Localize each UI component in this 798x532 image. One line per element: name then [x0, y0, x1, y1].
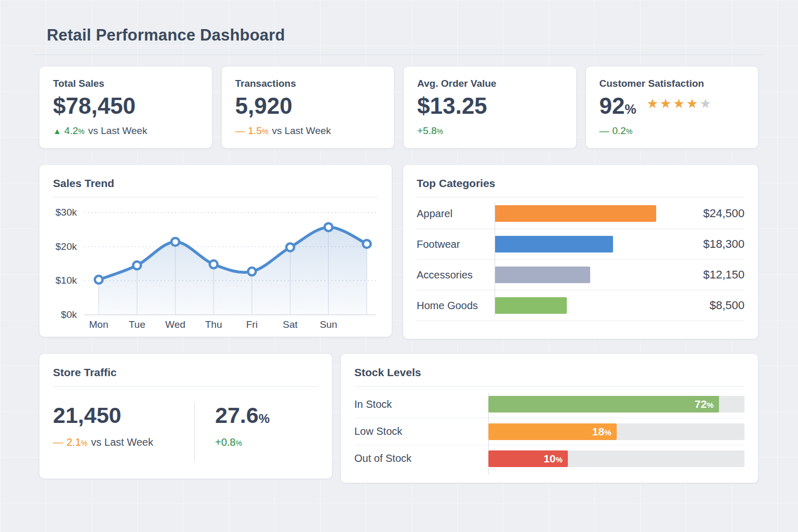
minus-dash-icon: — — [600, 125, 609, 136]
conversion-delta: +0.8% — [215, 436, 318, 448]
star-filled-icon: ★ — [686, 96, 699, 111]
triangle-up-icon: ▲ — [53, 127, 61, 136]
star-filled-icon: ★ — [647, 96, 660, 111]
delta-suffix: vs Last Week — [272, 125, 331, 136]
kpi-value: 5,920 — [235, 95, 381, 117]
delta-number: 2.1 — [66, 436, 81, 448]
kpi-title: Transactions — [235, 78, 381, 89]
delta-number: 5.8 — [423, 125, 436, 136]
stock-track: 10% — [488, 450, 744, 467]
stock-track: 72% — [488, 396, 744, 413]
category-bar — [495, 297, 567, 314]
category-label: Accessories — [417, 269, 495, 281]
panel-divider — [53, 386, 318, 387]
sales-trend-svg: $30k$20k$10k$0kMonTueWedThuFriSatSun — [53, 201, 379, 332]
category-bar-track — [495, 205, 667, 222]
kpi-title: Total Sales — [53, 78, 198, 89]
kpi-value-row: 92% ★★★★★ — [600, 89, 745, 117]
kpi-delta: +5.8% — [417, 125, 563, 137]
title-divider — [34, 55, 764, 55]
kpi-value: $78,450 — [53, 95, 198, 117]
minus-dash-icon: — — [53, 436, 63, 448]
panel-title: Store Traffic — [53, 366, 318, 379]
kpi-card-customer-satisfaction: Customer Satisfaction 92% ★★★★★ —0.2% — [586, 66, 759, 149]
kpi-row: Total Sales $78,450 ▲4.2%vs Last Week Tr… — [39, 66, 759, 149]
category-bar-track — [495, 297, 667, 314]
category-label: Apparel — [417, 208, 495, 220]
sales-trend-chart: $30k$20k$10k$0kMonTueWedThuFriSatSun — [53, 201, 378, 332]
category-label: Footwear — [417, 238, 495, 250]
y-tick-label: $0k — [61, 309, 77, 320]
stock-percent-label: 10% — [543, 453, 563, 465]
category-row: Footwear $18,300 — [417, 229, 744, 260]
x-tick-label: Sat — [283, 319, 298, 330]
delta-number: 0.2 — [613, 125, 626, 136]
delta-number: 1.5 — [248, 125, 262, 136]
stock-bar-chart: In Stock 72% Low Stock 18% Out of Stock … — [354, 391, 744, 472]
x-axis-labels: MonTueWedThuFriSatSun — [89, 319, 338, 330]
x-tick-label: Sun — [320, 319, 337, 330]
kpi-value-number: 92 — [600, 93, 625, 118]
kpi-delta: ▲4.2%vs Last Week — [53, 125, 198, 137]
top-categories-panel: Top Categories Apparel $24,500 Footwear … — [403, 164, 759, 339]
stock-bar: 72% — [488, 396, 719, 413]
kpi-delta: —1.5%vs Last Week — [235, 125, 381, 137]
panel-title: Sales Trend — [53, 177, 378, 190]
minus-dash-icon: — — [235, 125, 245, 136]
traffic-columns: 21,450 —2.1%vs Last Week 27.6% +0.8% — [53, 402, 318, 462]
stock-percent-label: 72% — [695, 398, 714, 410]
category-bar — [495, 236, 613, 252]
panel-title: Stock Levels — [354, 366, 744, 379]
category-label: Home Goods — [417, 300, 495, 312]
plus-sign: + — [417, 125, 423, 136]
category-row: Home Goods $8,500 — [417, 290, 744, 321]
kpi-value-percent-sign: % — [624, 102, 636, 116]
delta-number: 4.2 — [64, 125, 78, 136]
stock-percent-label: 18% — [592, 425, 611, 438]
category-bar — [495, 267, 590, 283]
star-rating: ★★★★★ — [647, 97, 713, 110]
plus-sign: + — [215, 436, 221, 448]
y-tick-label: $10k — [56, 275, 77, 286]
category-bar-chart: Apparel $24,500 Footwear $18,300 Accesso… — [417, 198, 744, 321]
kpi-card-transactions: Transactions 5,920 —1.5%vs Last Week — [221, 66, 395, 149]
page-title: Retail Performance Dashboard — [47, 26, 759, 45]
stock-row: In Stock 72% — [354, 391, 744, 418]
category-value: $18,300 — [667, 237, 744, 251]
panel-divider — [354, 386, 744, 387]
delta-percent-sign: % — [236, 439, 242, 447]
stock-label: Out of Stock — [354, 453, 488, 464]
kpi-title: Avg. Order Value — [417, 78, 563, 89]
panel-divider — [53, 197, 378, 197]
kpi-value: $13.25 — [417, 95, 563, 117]
stock-levels-panel: Stock Levels In Stock 72% Low Stock 18% … — [340, 353, 759, 483]
traffic-count: 21,450 — [53, 404, 194, 427]
y-tick-label: $30k — [56, 207, 77, 218]
category-bar-track — [495, 236, 667, 252]
store-traffic-panel: Store Traffic 21,450 —2.1%vs Last Week 2… — [39, 353, 332, 479]
traffic-conversion-block: 27.6% +0.8% — [195, 402, 318, 462]
traffic-delta: —2.1%vs Last Week — [53, 436, 194, 448]
x-tick-label: Tue — [129, 319, 145, 330]
kpi-card-avg-order-value: Avg. Order Value $13.25 +5.8% — [403, 66, 577, 149]
stock-row: Low Stock 18% — [354, 418, 744, 445]
y-tick-label: $20k — [56, 241, 77, 252]
stock-label: In Stock — [354, 398, 488, 410]
category-value: $8,500 — [667, 299, 744, 312]
stock-bar: 10% — [488, 450, 568, 467]
delta-suffix: vs Last Week — [91, 436, 153, 448]
category-bar-track — [495, 267, 667, 283]
star-empty-icon: ★ — [699, 96, 712, 111]
stock-row: Out of Stock 10% — [354, 445, 744, 472]
conversion-rate: 27.6% — [215, 404, 318, 427]
stock-label: Low Stock — [354, 425, 488, 437]
x-tick-label: Wed — [165, 319, 185, 330]
stock-track: 18% — [488, 423, 744, 440]
category-value: $12,150 — [667, 268, 744, 282]
delta-suffix: vs Last Week — [88, 125, 148, 136]
dashboard-page: Retail Performance Dashboard Total Sales… — [0, 0, 798, 483]
category-row: Apparel $24,500 — [417, 198, 744, 229]
category-value: $24,500 — [667, 207, 744, 220]
delta-percent-sign: % — [262, 127, 268, 136]
kpi-delta: —0.2% — [600, 125, 745, 137]
